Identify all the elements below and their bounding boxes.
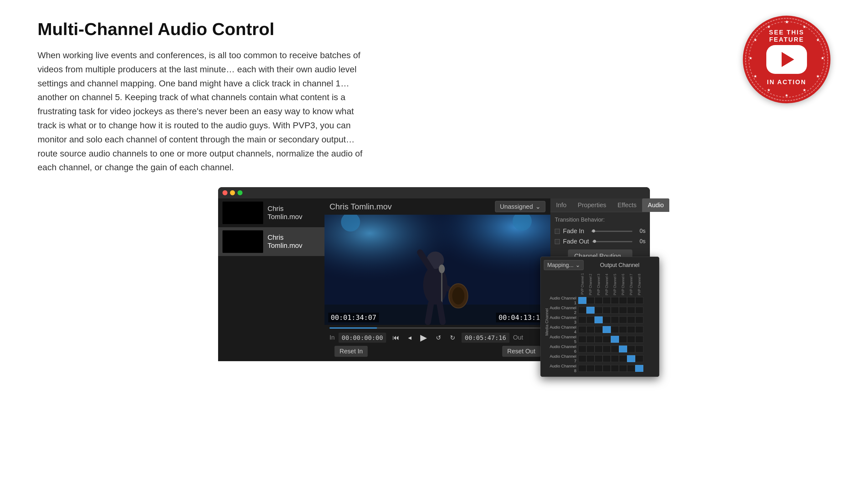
row-label-7: Audio Channel 7: [550, 354, 578, 363]
fade-in-slider[interactable]: [591, 231, 632, 232]
cell-6-5[interactable]: [619, 346, 627, 352]
cell-4-4[interactable]: [611, 326, 619, 333]
replay-icon[interactable]: ↺: [433, 333, 444, 343]
cell-3-4[interactable]: [611, 316, 619, 323]
assignment-dropdown[interactable]: Unassigned ⌄: [495, 201, 545, 212]
cell-8-7[interactable]: [635, 365, 643, 372]
forward-icon[interactable]: ↻: [448, 333, 458, 343]
cell-8-6[interactable]: [627, 365, 635, 372]
reset-out-button[interactable]: Reset Out: [502, 346, 540, 357]
sidebar-item-1[interactable]: Chris Tomlin.mov: [218, 198, 325, 227]
tab-audio[interactable]: Audio: [642, 198, 669, 212]
cell-4-0[interactable]: [578, 326, 586, 333]
cell-5-2[interactable]: [594, 336, 603, 343]
cell-5-0[interactable]: [578, 336, 586, 343]
cell-8-2[interactable]: [594, 365, 603, 372]
cell-2-6[interactable]: [627, 307, 635, 314]
reset-in-button[interactable]: Reset In: [334, 346, 368, 357]
cell-2-2[interactable]: [594, 307, 603, 314]
cell-3-2[interactable]: [594, 316, 603, 323]
cell-8-4[interactable]: [611, 365, 619, 372]
cell-5-6[interactable]: [627, 336, 635, 343]
cell-7-2[interactable]: [594, 355, 603, 362]
cell-2-7[interactable]: [635, 307, 643, 314]
col-header-3: PVP Channel 3: [594, 273, 603, 295]
yt-play-button[interactable]: [766, 45, 807, 74]
close-button[interactable]: [223, 190, 228, 195]
cell-6-2[interactable]: [594, 346, 603, 352]
col-header-6: PVP Channel 6: [619, 273, 627, 295]
prev-frame-icon[interactable]: ◂: [406, 333, 414, 343]
minimize-button[interactable]: [230, 190, 235, 195]
cell-4-6[interactable]: [627, 326, 635, 333]
cell-7-4[interactable]: [611, 355, 619, 362]
tab-properties[interactable]: Properties: [572, 198, 612, 212]
cell-1-7[interactable]: [635, 297, 643, 304]
cell-5-4[interactable]: [611, 336, 619, 343]
cell-1-1[interactable]: [586, 297, 594, 304]
cell-6-1[interactable]: [586, 346, 594, 352]
cell-1-3[interactable]: [603, 297, 611, 304]
routing-row-3: Audio Channel 3: [550, 315, 656, 324]
cell-6-0[interactable]: [578, 346, 586, 352]
cell-3-6[interactable]: [627, 316, 635, 323]
cell-2-5[interactable]: [619, 307, 627, 314]
tab-info[interactable]: Info: [551, 198, 572, 212]
row-label-5: Audio Channel 5: [550, 335, 578, 344]
cell-6-3[interactable]: [603, 346, 611, 352]
cell-2-4[interactable]: [611, 307, 619, 314]
mapping-dropdown-value: Mapping...: [547, 262, 573, 269]
cell-8-3[interactable]: [603, 365, 611, 372]
cell-2-3[interactable]: [603, 307, 611, 314]
cell-8-5[interactable]: [619, 365, 627, 372]
cell-3-5[interactable]: [619, 316, 627, 323]
cell-6-6[interactable]: [627, 346, 635, 352]
transport-controls: In 00:00:00:00 ⏮ ◂ ▶ ↺ ↻ 00:05:47:16 Out: [330, 331, 545, 344]
fade-out-row: Fade Out 0s: [555, 238, 645, 245]
mapping-dropdown[interactable]: Mapping... ⌄: [544, 260, 584, 270]
cell-3-0[interactable]: [578, 316, 586, 323]
cell-4-7[interactable]: [635, 326, 643, 333]
cell-6-4[interactable]: [611, 346, 619, 352]
cell-4-1[interactable]: [586, 326, 594, 333]
svg-point-27: [439, 265, 444, 274]
cell-7-5[interactable]: [619, 355, 627, 362]
skip-back-icon[interactable]: ⏮: [390, 333, 402, 343]
cell-2-1[interactable]: [586, 307, 594, 314]
progress-bar[interactable]: [330, 327, 545, 329]
cell-6-7[interactable]: [635, 346, 643, 352]
cell-4-2[interactable]: [594, 326, 603, 333]
cell-1-0[interactable]: [578, 297, 586, 304]
cell-7-1[interactable]: [586, 355, 594, 362]
fade-out-slider[interactable]: [592, 241, 632, 242]
in-timecode[interactable]: 00:00:00:00: [338, 333, 386, 343]
cell-3-7[interactable]: [635, 316, 643, 323]
cell-4-5[interactable]: [619, 326, 627, 333]
cell-7-0[interactable]: [578, 355, 586, 362]
cell-7-7[interactable]: [635, 355, 643, 362]
out-timecode[interactable]: 00:05:47:16: [462, 333, 509, 343]
play-button[interactable]: ▶: [418, 331, 430, 344]
cell-8-1[interactable]: [586, 365, 594, 372]
cell-1-5[interactable]: [619, 297, 627, 304]
cell-3-3[interactable]: [603, 316, 611, 323]
cell-5-3[interactable]: [603, 336, 611, 343]
sidebar-item-2[interactable]: Chris Tomlin.mov: [218, 227, 325, 256]
cell-7-3[interactable]: [603, 355, 611, 362]
cell-4-3[interactable]: [603, 326, 611, 333]
fade-in-checkbox[interactable]: [555, 229, 560, 234]
cell-5-7[interactable]: [635, 336, 643, 343]
cell-1-4[interactable]: [611, 297, 619, 304]
fade-out-checkbox[interactable]: [555, 239, 560, 244]
youtube-badge[interactable]: ★ ★ ★ ★ ★ ★ ★ ★ ★ ★ ★ ★ SEE THIS FEATURE…: [743, 16, 831, 103]
maximize-button[interactable]: [237, 190, 242, 195]
cell-1-6[interactable]: [627, 297, 635, 304]
cell-5-1[interactable]: [586, 336, 594, 343]
tab-effects[interactable]: Effects: [612, 198, 642, 212]
cell-5-5[interactable]: [619, 336, 627, 343]
cell-7-6[interactable]: [627, 355, 635, 362]
cell-3-1[interactable]: [586, 316, 594, 323]
cell-8-0[interactable]: [578, 365, 586, 372]
cell-2-0[interactable]: [578, 307, 586, 314]
cell-1-2[interactable]: [594, 297, 603, 304]
